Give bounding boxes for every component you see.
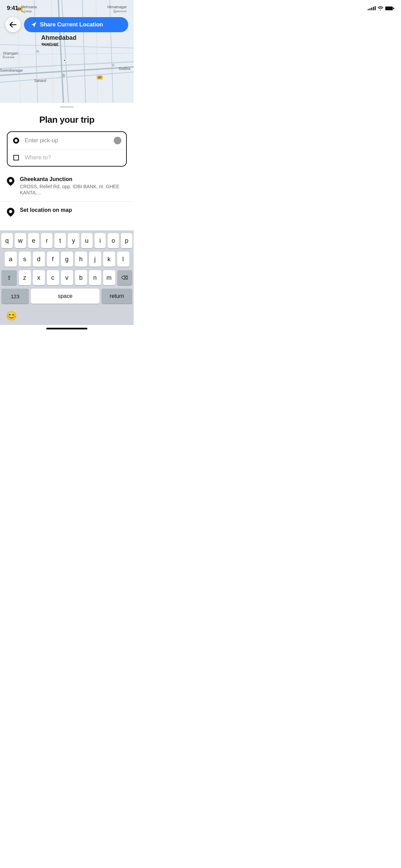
key-numbers[interactable]: 123 — [1, 289, 29, 304]
svg-point-21 — [9, 179, 12, 182]
key-u[interactable]: u — [81, 233, 93, 248]
key-v[interactable]: v — [61, 270, 73, 285]
key-c[interactable]: c — [47, 270, 59, 285]
location-indicator-dot — [114, 137, 121, 144]
key-backspace[interactable]: ⌫ — [117, 270, 133, 285]
status-bar: 9:41 — [0, 0, 134, 14]
route-square — [13, 155, 19, 160]
map-label-godhra: Godhra — [119, 67, 130, 71]
key-h[interactable]: h — [75, 252, 87, 267]
key-k[interactable]: k — [103, 252, 115, 267]
key-a[interactable]: a — [5, 252, 17, 267]
map-svg — [0, 0, 134, 103]
keyboard-row-3: ⇧ z x c v b n m ⌫ — [1, 270, 132, 285]
key-w[interactable]: w — [15, 233, 26, 248]
key-f[interactable]: f — [47, 252, 59, 267]
key-n[interactable]: n — [89, 270, 101, 285]
map-location-dot — [63, 59, 66, 62]
drag-handle — [60, 106, 74, 108]
pickup-input[interactable] — [25, 137, 108, 144]
key-e[interactable]: e — [28, 233, 39, 248]
key-y[interactable]: y — [68, 233, 79, 248]
suggestion-gheekanta[interactable]: Gheekanta Junction CROSS, Relief Rd, opp… — [0, 171, 134, 202]
set-location-label: Set location on map — [20, 207, 127, 213]
pin-icon — [7, 177, 14, 187]
share-location-label: Share Current Location — [40, 21, 103, 28]
svg-point-18 — [36, 50, 39, 53]
key-return[interactable]: return — [101, 289, 132, 304]
keyboard-row-2: a s d f g h j k l — [1, 252, 132, 267]
key-i[interactable]: i — [95, 233, 106, 248]
destination-placeholder: Where to? — [25, 154, 121, 161]
destination-row[interactable]: Where to? — [8, 149, 126, 166]
search-box: Where to? — [7, 131, 127, 167]
key-d[interactable]: d — [33, 252, 45, 267]
keyboard-bottom-row: 😊 — [1, 307, 132, 322]
suggestion-text: Gheekanta Junction CROSS, Relief Rd, opp… — [20, 176, 127, 196]
key-s[interactable]: s — [19, 252, 31, 267]
key-b[interactable]: b — [75, 270, 87, 285]
key-z[interactable]: z — [19, 270, 31, 285]
pickup-row — [8, 132, 126, 149]
key-g[interactable]: g — [61, 252, 73, 267]
route-start-icon — [12, 137, 20, 144]
navigation-icon — [31, 22, 37, 28]
key-j[interactable]: j — [89, 252, 101, 267]
key-shift[interactable]: ⇧ — [1, 270, 17, 285]
key-x[interactable]: x — [33, 270, 45, 285]
drag-handle-area — [0, 103, 134, 108]
map-label-city: Ahmedabad — [41, 34, 76, 41]
key-q[interactable]: q — [1, 233, 13, 248]
home-bar — [46, 328, 87, 329]
key-t[interactable]: t — [54, 233, 66, 248]
map-label-sanand: Sanand — [34, 79, 46, 83]
route-end-icon — [12, 155, 20, 160]
key-r[interactable]: r — [41, 233, 52, 248]
svg-point-22 — [9, 210, 12, 213]
key-emoji[interactable]: 😊 — [3, 307, 20, 322]
keyboard-row-1: q w e r t y u i o p — [1, 233, 132, 248]
map-highway-47: 47 — [97, 75, 103, 80]
route-circle — [13, 137, 19, 144]
main-content: Plan your trip Where to? — [0, 108, 134, 167]
suggestion-name: Gheekanta Junction — [20, 176, 127, 182]
keyboard-row-4: 123 space return — [1, 289, 132, 304]
suggestions-list: Gheekanta Junction CROSS, Relief Rd, opp… — [0, 171, 134, 224]
key-o[interactable]: o — [108, 233, 119, 248]
route-circle-inner — [15, 139, 17, 142]
map-label-city-guj: અમદાવાદ — [41, 42, 59, 47]
set-location-item[interactable]: Set location on map — [0, 202, 134, 224]
key-l[interactable]: l — [117, 252, 129, 267]
key-space[interactable]: space — [31, 289, 99, 304]
set-location-text: Set location on map — [20, 207, 127, 214]
bottom-sheet: Plan your trip Where to? — [0, 103, 134, 334]
key-m[interactable]: m — [103, 270, 115, 285]
key-p[interactable]: p — [121, 233, 132, 248]
map-label-surendranagar: Surendranagar — [0, 69, 23, 72]
status-time: 9:41 — [7, 5, 18, 12]
svg-point-17 — [62, 74, 65, 77]
svg-point-19 — [112, 64, 114, 67]
share-location-button[interactable]: Share Current Location — [24, 17, 128, 32]
map-label-viramgam: Viramgam — [3, 51, 18, 55]
suggestion-address: CROSS, Relief Rd, opp. IDBI BANK, nr. GH… — [20, 183, 127, 196]
page-title: Plan your trip — [7, 108, 127, 131]
home-indicator — [0, 325, 134, 334]
map-area: 68 Mehsana મહેસાણા Himatnagar હિંમતનગર A… — [0, 0, 134, 103]
map-label-viramgam-guj: વિરમગામ — [3, 56, 14, 59]
back-button[interactable] — [5, 17, 21, 32]
keyboard: q w e r t y u i o p a s d f g h j k l ⇧ … — [0, 230, 134, 325]
set-location-pin-icon — [7, 208, 14, 218]
